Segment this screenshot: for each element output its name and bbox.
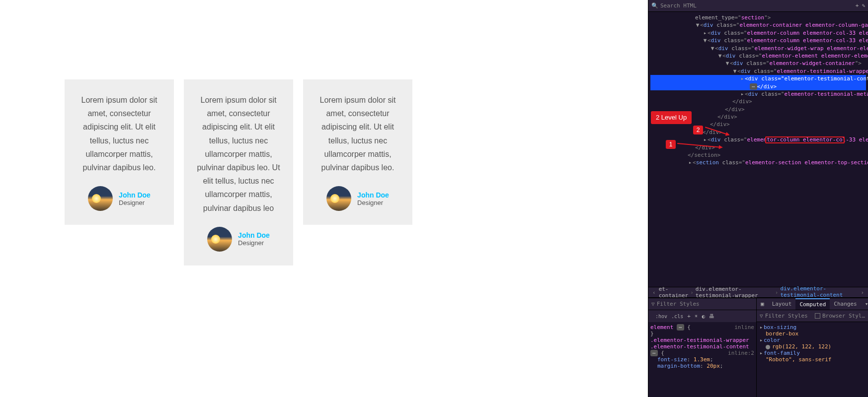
color-swatch <box>766 345 770 349</box>
testimonial-text: Lorem ipsum dolor sit amet, consectetur … <box>314 93 401 174</box>
author-role: Designer <box>119 199 151 206</box>
breadcrumb: ‹ et-container › div.elementor-testimoni… <box>648 287 868 298</box>
avatar <box>88 186 113 211</box>
tree-node[interactable]: ▸<div class="elementor-column elementor-… <box>650 29 866 37</box>
breadcrumb-item-active[interactable]: div.elementor-testimonial-content <box>779 285 859 299</box>
page-content: Lorem ipsum dolor sit amet, consectetur … <box>0 0 648 397</box>
light-dark-button[interactable]: ☀ <box>695 313 698 320</box>
computed-tabs: ▣ Layout Computed Changes ▾ <box>757 298 868 310</box>
testimonial-card: Lorem ipsum dolor sit amet, consectetur … <box>303 79 412 225</box>
testimonial-card: Lorem ipsum dolor sit amet, consectetur … <box>184 79 293 265</box>
contrast-button[interactable]: ◐ <box>702 313 705 320</box>
add-button[interactable]: + <box>856 2 859 9</box>
tree-node[interactable]: ▼<div class="elementor-widget-wrap eleme… <box>650 45 866 52</box>
tree-node-close[interactable]: </div> <box>650 144 866 151</box>
avatar <box>326 186 351 211</box>
tree-node[interactable]: ▼<div class="elementor-column elementor-… <box>650 37 866 44</box>
avatar <box>207 227 232 252</box>
filter-bar[interactable]: ▽ Filter Styles <box>648 298 756 310</box>
testimonial-meta: John Doe Designer <box>314 186 401 211</box>
testimonial-card: Lorem ipsum dolor sit amet, consectetur … <box>65 79 174 225</box>
styles-panel: ▽ Filter Styles :hov .cls + ☀ ◐ 🖶 elemen… <box>648 298 756 397</box>
tree-node-close[interactable]: </section> <box>650 151 866 159</box>
computed-list[interactable]: ▸box-sizing border-box ▸color rgb(122, 1… <box>757 322 868 397</box>
cls-button[interactable]: .cls <box>671 314 683 319</box>
breadcrumb-item[interactable]: div.elementor-testimonial-wrapper <box>695 286 774 299</box>
hov-button[interactable]: :hov <box>655 314 667 319</box>
author-name: John Doe <box>238 231 270 239</box>
testimonial-text: Lorem ipsum dolor sit amet, consectetur … <box>76 93 163 174</box>
rules-toolbar: :hov .cls + ☀ ◐ 🖶 <box>648 310 756 322</box>
tree-node-testimonial-wrapper[interactable]: ▼<div class="elementor-testimonial-wrapp… <box>650 67 866 75</box>
layout-icon[interactable]: ▣ <box>757 301 768 307</box>
tree-node-widget-container[interactable]: ▼<div class="elementor-widget-container"… <box>650 60 866 67</box>
browser-styles-label: Browser Styl… <box>822 313 865 319</box>
annotation-highlight-box <box>765 136 845 143</box>
testimonial-text: Lorem ipsum dolor sit amet, consectetur … <box>195 93 282 215</box>
annotation-badge: 2 <box>693 126 703 134</box>
tree-node[interactable]: ▸<section class="elementor-section eleme… <box>650 159 866 166</box>
html-search-bar[interactable]: 🔍 Search HTML + ✎ <box>648 0 868 12</box>
computed-panel: ▣ Layout Computed Changes ▾ ▽ Filter Sty… <box>756 298 868 397</box>
tree-node-close[interactable]: </div> <box>650 129 866 136</box>
author-name: John Doe <box>119 191 151 199</box>
filter-icon: ▽ <box>651 301 655 307</box>
tab-computed[interactable]: Computed <box>795 298 830 310</box>
tree-node-selected[interactable]: ▸<div class="elementor-testimonial-conte… <box>650 75 866 90</box>
add-rule-button[interactable]: + <box>687 313 691 320</box>
author-role: Designer <box>357 199 389 206</box>
tab-overflow[interactable]: ▾ <box>861 301 868 307</box>
annotation-badge: 1 <box>666 140 676 149</box>
styles-rules[interactable]: element ⋯ {inline } .elementor-testimoni… <box>648 322 756 397</box>
filter-placeholder: Filter Styles <box>657 301 753 307</box>
tree-node-close[interactable]: </div> <box>650 98 866 105</box>
eyedropper-button[interactable]: ✎ <box>862 2 865 9</box>
tree-node[interactable]: element_type="section"> <box>650 14 866 21</box>
author-role: Designer <box>238 239 270 247</box>
devtools-panel: 🔍 Search HTML + ✎ 2 Level Up 2 1 element… <box>648 0 868 397</box>
testimonial-meta: John Doe Designer <box>195 227 282 252</box>
filter-icon: ▽ <box>760 313 763 319</box>
author-name: John Doe <box>357 191 389 199</box>
browser-styles-checkbox[interactable] <box>815 313 820 319</box>
breadcrumb-item[interactable]: et-container <box>658 286 690 299</box>
testimonial-meta: John Doe Designer <box>76 186 163 211</box>
search-icon: 🔍 <box>651 2 658 9</box>
print-button[interactable]: 🖶 <box>709 313 714 320</box>
tree-node[interactable]: ▼<div class="elementor-element elementor… <box>650 52 866 60</box>
computed-filter-bar[interactable]: ▽ Filter Styles Browser Styl… <box>757 310 868 322</box>
tab-layout[interactable]: Layout <box>768 298 796 310</box>
tab-changes[interactable]: Changes <box>830 298 861 310</box>
tree-node[interactable]: ▸<div class="elementor-testimonial-meta … <box>650 90 866 98</box>
search-placeholder: Search HTML <box>660 2 853 9</box>
annotation-label: 2 Level Up <box>651 111 692 124</box>
breadcrumb-next[interactable]: › <box>859 289 866 296</box>
filter-placeholder: Filter Styles <box>765 313 815 319</box>
tree-node[interactable]: ▼<div class="elementor-container element… <box>650 21 866 29</box>
breadcrumb-prev[interactable]: ‹ <box>650 289 658 296</box>
html-tree[interactable]: 2 Level Up 2 1 element_type="section"> ▼… <box>648 12 868 287</box>
